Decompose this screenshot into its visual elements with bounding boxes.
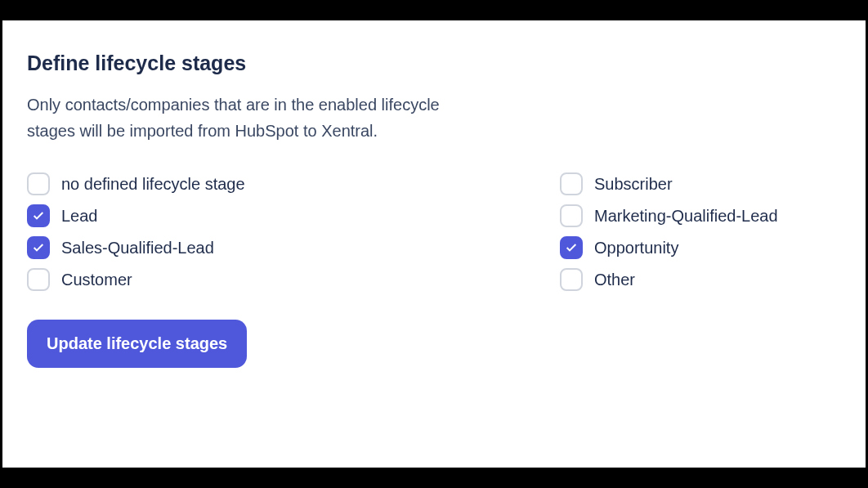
panel-title: Define lifecycle stages bbox=[27, 51, 841, 75]
option-lead: Lead bbox=[27, 204, 560, 227]
option-label: Marketing-Qualified-Lead bbox=[594, 207, 778, 226]
option-customer: Customer bbox=[27, 268, 560, 291]
option-label: Other bbox=[594, 271, 635, 289]
checkbox-marketing-qualified-lead[interactable] bbox=[560, 204, 583, 227]
check-icon bbox=[32, 209, 45, 222]
check-icon bbox=[565, 241, 578, 254]
option-label: Opportunity bbox=[594, 239, 678, 257]
option-marketing-qualified-lead: Marketing-Qualified-Lead bbox=[560, 204, 841, 227]
option-subscriber: Subscriber bbox=[560, 172, 841, 195]
option-label: Lead bbox=[61, 207, 98, 226]
option-sales-qualified-lead: Sales-Qualified-Lead bbox=[27, 236, 560, 259]
option-other: Other bbox=[560, 268, 841, 291]
options-column-right: Subscriber Marketing-Qualified-Lead Oppo… bbox=[560, 172, 841, 291]
lifecycle-stages-panel: Define lifecycle stages Only contacts/co… bbox=[2, 20, 866, 468]
options-column-left: no defined lifecycle stage Lead Sales-Qu… bbox=[27, 172, 560, 291]
update-lifecycle-stages-button[interactable]: Update lifecycle stages bbox=[27, 320, 247, 368]
option-label: Subscriber bbox=[594, 175, 673, 194]
check-icon bbox=[32, 241, 45, 254]
option-no-defined-stage: no defined lifecycle stage bbox=[27, 172, 560, 195]
checkbox-lead[interactable] bbox=[27, 204, 50, 227]
panel-description: Only contacts/companies that are in the … bbox=[27, 92, 485, 144]
checkbox-subscriber[interactable] bbox=[560, 172, 583, 195]
checkbox-sales-qualified-lead[interactable] bbox=[27, 236, 50, 259]
option-opportunity: Opportunity bbox=[560, 236, 841, 259]
option-label: no defined lifecycle stage bbox=[61, 175, 245, 194]
checkbox-other[interactable] bbox=[560, 268, 583, 291]
checkbox-opportunity[interactable] bbox=[560, 236, 583, 259]
option-label: Sales-Qualified-Lead bbox=[61, 239, 214, 257]
checkbox-no-defined-stage[interactable] bbox=[27, 172, 50, 195]
checkbox-customer[interactable] bbox=[27, 268, 50, 291]
options-grid: no defined lifecycle stage Lead Sales-Qu… bbox=[27, 172, 841, 291]
option-label: Customer bbox=[61, 271, 132, 289]
